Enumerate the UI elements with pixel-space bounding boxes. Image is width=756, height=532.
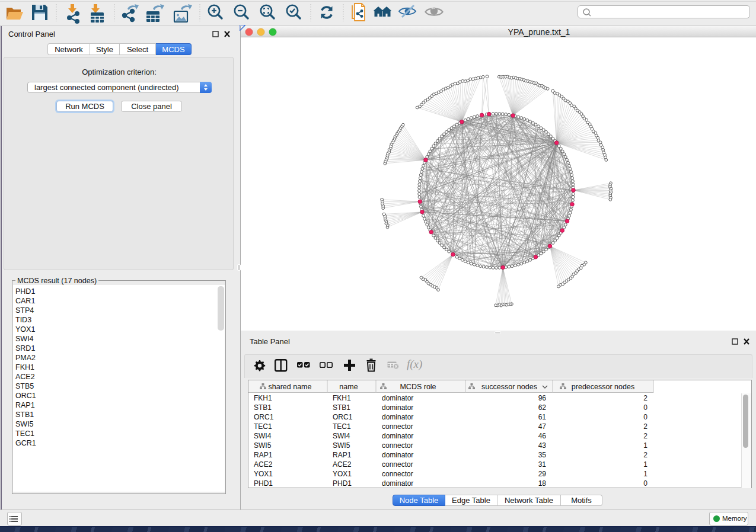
svg-text:f(x): f(x) xyxy=(407,358,422,371)
svg-text:MCDS role: MCDS role xyxy=(400,383,436,391)
svg-text:shared name: shared name xyxy=(269,383,312,391)
svg-text:predecessor nodes: predecessor nodes xyxy=(572,383,634,391)
svg-text:name: name xyxy=(339,383,358,391)
svg-text:successor nodes: successor nodes xyxy=(481,383,537,391)
